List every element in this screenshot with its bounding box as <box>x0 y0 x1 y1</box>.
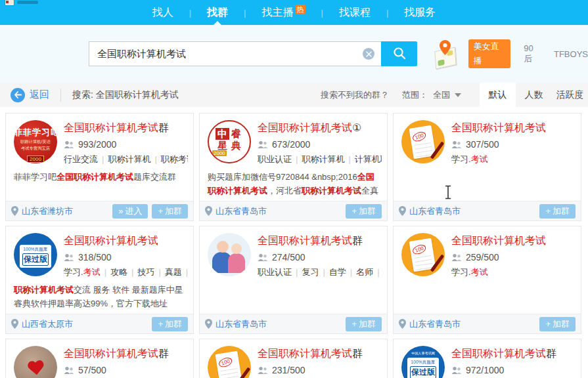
sort-tab-default[interactable]: 默认 <box>480 83 516 107</box>
group-avatar: 100 <box>401 233 445 276</box>
location-pin-icon <box>11 319 18 329</box>
join-group-button[interactable]: +加群 <box>346 317 382 331</box>
avatar-score: 100 <box>411 243 428 256</box>
group-title[interactable]: 全国职称计算机考试群 <box>451 347 576 360</box>
join-group-button[interactable]: +加群 <box>152 317 188 331</box>
member-count: 972/1000 <box>451 365 576 375</box>
clear-icon[interactable] <box>363 48 374 60</box>
members-icon <box>451 366 462 375</box>
enter-label: 进入 <box>125 206 142 216</box>
group-avatar: 100%真题库 保过版 <box>14 233 57 276</box>
group-avatar <box>208 233 251 276</box>
join-label: 加群 <box>165 206 182 216</box>
group-card[interactable]: 100 全国职称计算机考试 259/500 学习.考试 山东省青岛市 <box>393 226 581 334</box>
group-card[interactable]: 100%真题库 保过版 全国职称计算机考试 318/500 学习.考试|攻略|技… <box>5 226 194 334</box>
sort-tabs: 默认 人数 活跃度 <box>480 83 588 107</box>
search-input[interactable] <box>89 41 381 66</box>
group-card[interactable]: 全国职称计算机考试群 274/500 职业认证|复习|自学|名师|资... 山东… <box>199 226 388 334</box>
location-text: 山东省青岛市 <box>409 205 461 217</box>
app-header: 找人 | 找群 | 找主播热 | 找课程 | 找服务 <box>0 0 588 25</box>
scope-dropdown[interactable]: 全国 <box>433 89 450 101</box>
group-title[interactable]: 全国职称计算机考试① <box>258 121 382 135</box>
avatar-score: 100 <box>411 130 428 143</box>
group-title[interactable]: 全国职称计算机考试群 <box>258 347 382 360</box>
member-count: 259/500 <box>451 252 576 262</box>
avatar-text: 保过版 <box>410 366 436 378</box>
tab-find-people[interactable]: 找人 <box>152 0 173 25</box>
group-card[interactable]: 100 全国职称计算机考试群 231/500 学习.考试 +加群 <box>199 339 388 378</box>
group-card[interactable]: 100 全国职称计算机考试 307/500 学习.考试 山东省青岛市 <box>393 113 581 221</box>
join-group-button[interactable]: +加群 <box>539 204 576 219</box>
group-card[interactable]: 中睿 星典 2000 全国职称计算机考试① 673/2000 职业认证|职称计算… <box>199 113 388 221</box>
location-pin-icon <box>205 206 212 216</box>
avatar-text: 典 <box>229 140 243 152</box>
back-label: 返回 <box>30 89 49 101</box>
group-card[interactable]: 全国职称计算机考试群 57/500 学习.考试|共同进步|交流 +加群 <box>5 339 194 378</box>
member-count-text: 231/500 <box>272 365 305 375</box>
location-pin-icon <box>11 206 18 216</box>
back-button[interactable]: 返回 <box>11 88 49 102</box>
plus-icon: + <box>545 319 551 329</box>
group-description <box>394 283 581 312</box>
hot-word-tfboys[interactable]: TFBOYS <box>554 49 588 59</box>
group-location: 山东省潍坊市 <box>11 205 73 217</box>
member-count-text: 57/500 <box>78 365 106 375</box>
group-avatar: 100 <box>208 346 251 378</box>
card-footer: 山东省青岛市 +加群 <box>394 314 581 333</box>
nearby-map-icon[interactable] <box>432 40 457 68</box>
member-count-text: 993/2000 <box>78 139 116 150</box>
members-icon <box>258 253 268 262</box>
group-title[interactable]: 全国职称计算机考试群 <box>64 121 188 135</box>
cant-find-group-link[interactable]: 搜索不到我的群？ <box>321 89 389 101</box>
sort-tab-members[interactable]: 人数 <box>516 83 552 107</box>
members-icon <box>258 140 268 149</box>
join-label: 加群 <box>553 319 570 329</box>
group-card[interactable]: 菲菲学习吧 职称计算机/英语 考试专营淘宝店 2000 全国职称计算机考试群 9… <box>5 113 194 221</box>
avatar-text: 菲菲学习吧 <box>14 127 57 138</box>
live-hot-badge[interactable]: 美女直播 <box>468 39 511 68</box>
group-tags: 学习.考试 <box>451 266 576 278</box>
group-title[interactable]: 全国职称计算机考试 <box>64 234 188 247</box>
join-group-button[interactable]: +加群 <box>152 204 188 219</box>
group-description <box>394 170 581 199</box>
group-title[interactable]: 全国职称计算机考试群 <box>64 347 188 360</box>
group-avatar: 中睿 星典 2000 <box>208 120 251 163</box>
join-group-button[interactable]: +加群 <box>346 204 382 219</box>
members-icon <box>258 366 268 375</box>
member-count-text: 972/1000 <box>466 365 504 375</box>
group-description: 菲菲学习吧全国职称计算机考试题库交流群 <box>6 170 193 199</box>
tab-find-streamer[interactable]: 找主播热 <box>262 0 305 25</box>
group-result-grid: 菲菲学习吧 职称计算机/英语 考试专营淘宝店 2000 全国职称计算机考试群 9… <box>0 107 588 378</box>
group-tags: 行业交流|职称计算机|职称考试|... <box>64 154 188 165</box>
hot-word-90s[interactable]: 90后 <box>524 43 541 65</box>
member-count: 274/500 <box>258 252 382 262</box>
enter-group-button[interactable]: »进入 <box>112 204 148 219</box>
group-title[interactable]: 全国职称计算机考试群 <box>258 234 382 247</box>
plus-icon: + <box>351 206 357 216</box>
group-location: 山西省太原市 <box>11 318 73 330</box>
tab-find-group[interactable]: 找群 <box>207 0 228 25</box>
toolbar-divider <box>60 89 61 102</box>
tab-find-streamer-label: 找主播 <box>262 7 294 18</box>
sort-tab-activity[interactable]: 活跃度 <box>552 83 588 107</box>
group-description: 职称计算机考试交流 服务 软件 最新题库中星睿典软件押题率高达99%，官方下载地… <box>6 283 193 312</box>
members-icon <box>64 253 74 262</box>
plus-icon: + <box>545 206 551 216</box>
scope-label: 范围： <box>402 89 428 101</box>
search-button[interactable] <box>381 41 417 66</box>
group-title[interactable]: 全国职称计算机考试 <box>451 234 576 247</box>
tab-find-service[interactable]: 找服务 <box>404 0 436 25</box>
group-location: 山东省青岛市 <box>205 318 267 330</box>
group-title[interactable]: 全国职称计算机考试 <box>451 121 576 135</box>
group-avatar: 菲菲学习吧 职称计算机/英语 考试专营淘宝店 2000 <box>14 120 57 163</box>
group-card[interactable]: 中国人事考试网 100%真题库 保过版 全国职称计算机考试群 972/1000 … <box>393 339 581 378</box>
group-tags: 职业认证|复习|自学|名师|资... <box>258 266 382 278</box>
member-count-text: 307/500 <box>466 139 499 150</box>
chevron-down-icon[interactable] <box>455 93 461 100</box>
main-nav: 找人 | 找群 | 找主播热 | 找课程 | 找服务 <box>0 0 588 25</box>
tab-find-course[interactable]: 找课程 <box>339 0 371 25</box>
group-description <box>200 283 387 312</box>
location-text: 山东省潍坊市 <box>22 205 73 217</box>
group-tags: 学习.考试 <box>451 154 576 165</box>
join-group-button[interactable]: +加群 <box>539 317 576 331</box>
